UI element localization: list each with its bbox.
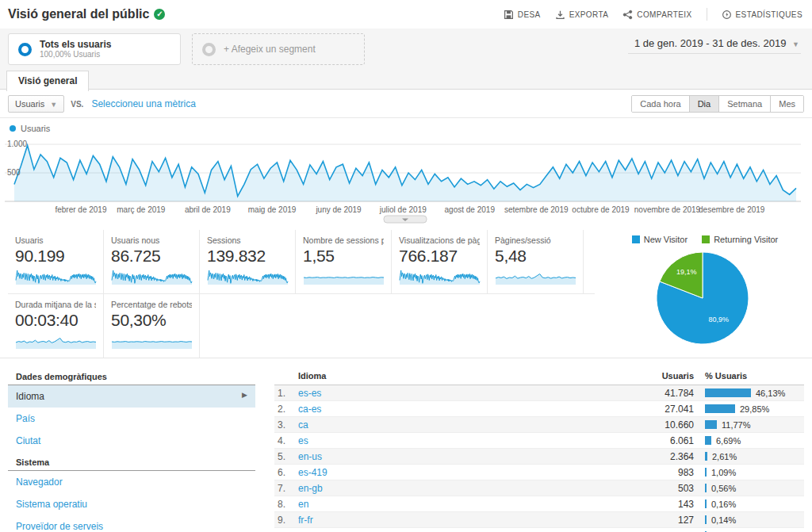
select-metric-link[interactable]: Seleccioneu una mètrica [91,98,195,109]
tab-bar: Visió general [0,70,812,89]
export-label: EXPORTA [569,10,609,19]
metric-card[interactable]: Durada mitjana de la sessió00:03:40 [8,294,104,358]
report-panel: Usuaris ▼ VS. Seleccioneu una mètrica Ca… [0,89,812,532]
row-language: ca [298,419,630,431]
legend-label: Usuaris [21,124,50,133]
metric-card-value: 90.199 [15,247,96,266]
add-segment-ring-icon [202,43,216,56]
sparkline [15,266,97,285]
row-users: 27.041 [630,404,694,415]
metric-card[interactable]: Usuaris90.199 [8,230,104,293]
sparkline-line [304,277,384,278]
date-range-selector[interactable]: 1 de gen. 2019 - 31 de des. 2019 ▼ [628,35,801,54]
granularity-cada-hora[interactable]: Cada hora [632,96,688,112]
x-tick-label: maig de 2019 [248,205,297,214]
segment-all-users[interactable]: Tots els usuaris 100,00% Usuaris [8,33,181,65]
metric-card[interactable]: Visualitzacions de pàgines766.187 [392,230,488,293]
language-link[interactable]: en-gb [298,483,323,494]
metric-card-label: Visualitzacions de pàgines [399,235,480,245]
pie-legend-item[interactable]: New Visitor [632,235,688,244]
pie-legend-label: Returning Visitor [714,235,778,244]
timeline-scrubber[interactable] [384,216,427,223]
row-rank: 9. [278,515,298,526]
sidebar-item-país[interactable]: País [8,408,255,430]
metric-card-value: 1,55 [303,247,384,266]
language-link[interactable]: ca-es [298,404,321,415]
table-row: 7.en-gb5030,56% [274,480,804,496]
granularity-dia[interactable]: Dia [689,96,719,112]
timeline-chart: 1.000500febrer de 2019març de 2019abril … [0,135,812,227]
language-link[interactable]: ca [298,419,308,431]
users-header: Usuaris [630,371,694,381]
sparkline [207,266,289,285]
x-tick-label: novembre de 2019 [634,205,701,214]
pct-bar [705,388,751,397]
sidebar-item-label: Proveïdor de serveis [16,521,103,532]
sidebar-item-sistema-operatiu[interactable]: Sistema operatiu [8,493,255,515]
pct-text: 0,56% [711,484,736,493]
tab-visio-general[interactable]: Visió general [6,71,89,91]
row-rank: 6. [278,467,298,478]
row-users: 983 [630,467,694,478]
metric-card[interactable]: Usuaris nous86.725 [104,230,200,293]
dimension-header: Idioma [298,371,630,381]
granularity-setmana[interactable]: Setmana [718,96,770,112]
metric-dropdown[interactable]: Usuaris ▼ [8,95,64,113]
metric-card-row: Durada mitjana de la sessió00:03:40Perce… [8,294,595,358]
metric-card-value: 5,48 [495,247,576,266]
x-tick-label: març de 2019 [117,205,166,214]
add-segment-label: + Afegeix un segment [224,44,316,55]
table-row: 8.en1430,16% [274,496,804,512]
sparkline-line [112,342,192,343]
y-tick-label: 1.000 [7,140,27,148]
share-button[interactable]: COMPARTEIX [622,10,691,20]
pct-bar [705,499,707,508]
pct-text: 46,13% [756,388,785,398]
chevron-down-icon: ▼ [792,40,799,48]
row-rank: 5. [278,451,298,462]
language-link[interactable]: es-419 [298,467,327,478]
header-actions: DESAEXPORTACOMPARTEIXESTADÍSTIQUES [504,8,802,21]
metric-card[interactable]: Sessions139.832 [200,230,296,293]
language-link[interactable]: fr-fr [298,515,313,526]
language-link[interactable]: en [298,499,308,510]
segment-band: Tots els usuaris 100,00% Usuaris + Afege… [0,29,812,70]
metric-card[interactable]: Pàgines/sessió5,48 [488,230,584,293]
row-rank: 2. [278,404,298,415]
language-link[interactable]: es [298,435,308,446]
metric-card[interactable]: Nombre de sessions per usuari1,55 [296,230,392,293]
pie-svg[interactable]: 80,9%19,1% [606,246,804,347]
sidebar-item-label: País [16,413,35,424]
rank-header [278,371,298,381]
segment-title: Tots els usuaris [40,40,111,50]
sidebar-item-idioma[interactable]: Idioma▶ [8,385,255,408]
table-row: 2.ca-es27.04129,85% [274,401,804,417]
timeline-svg[interactable]: 1.000500febrer de 2019març de 2019abril … [5,135,804,224]
language-link[interactable]: en-us [298,451,322,462]
x-tick-label: octubre de 2019 [572,205,630,214]
pct-bar [705,404,735,413]
pct-text: 1,09% [711,468,736,477]
sidebar-item-navegador[interactable]: Navegador [8,471,255,493]
pie-legend-item[interactable]: Returning Visitor [702,235,778,244]
granularity-mes[interactable]: Mes [770,96,803,112]
sidebar-item-label: Ciutat [16,435,40,446]
add-segment-button[interactable]: + Afegeix un segment [192,33,365,65]
table-row: 3.ca10.66011,77% [274,417,804,433]
legend-swatch-icon [632,235,640,243]
metric-card[interactable]: Percentatge de rebots50,30% [104,294,200,358]
export-button[interactable]: EXPORTA [555,10,609,20]
row-language: fr-fr [298,515,630,526]
sidebar-item-ciutat[interactable]: Ciutat [8,430,255,452]
metric-card-value: 766.187 [399,247,480,266]
language-link[interactable]: es-es [298,388,321,399]
insights-button[interactable]: ESTADÍSTIQUES [722,10,802,20]
x-tick-label: desembre de 2019 [699,205,765,214]
save-button[interactable]: DESA [504,10,541,20]
metric-card-label: Usuaris nous [111,235,192,245]
row-users: 143 [630,499,694,510]
table-header-row: Idioma Usuaris % Usuaris [274,366,804,385]
sparkline [111,266,193,285]
sidebar-item-proveïdor-de-serveis[interactable]: Proveïdor de serveis [8,515,255,532]
pie-legend-label: New Visitor [644,235,688,244]
